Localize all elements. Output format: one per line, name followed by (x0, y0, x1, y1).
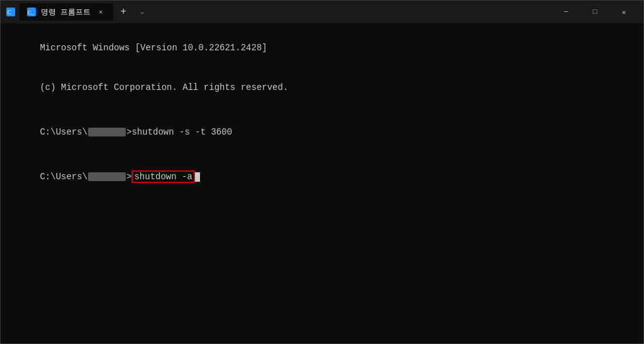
command-line-2: C:\Users\>shutdown -a (8, 157, 636, 197)
tab-bar: C_ 명령 프롬프트 ✕ + ⌵ (19, 3, 548, 21)
terminal-body: Microsoft Windows [Version 10.0.22621.24… (1, 23, 643, 343)
svg-text:C_: C_ (28, 9, 35, 16)
window-icon: C (6, 7, 16, 17)
active-tab[interactable]: C_ 명령 프롬프트 ✕ (19, 3, 113, 21)
username-redacted-2 (88, 172, 126, 181)
prompt1-prefix: C:\Users\ (40, 127, 87, 137)
close-button[interactable]: ✕ (609, 1, 638, 23)
cursor (195, 172, 200, 182)
tab-icon: C_ (27, 8, 36, 16)
highlighted-command: shutdown -a (131, 170, 194, 183)
svg-text:C: C (8, 9, 11, 16)
maximize-button[interactable]: □ (580, 1, 609, 23)
version-line: Microsoft Windows [Version 10.0.22621.24… (8, 28, 636, 68)
tab-dropdown-button[interactable]: ⌵ (133, 3, 151, 21)
tab-close-button[interactable]: ✕ (96, 7, 106, 17)
tab-label: 명령 프롬프트 (41, 7, 91, 18)
prompt2-prefix: C:\Users\ (40, 172, 87, 182)
titlebar: C C_ 명령 프롬프트 ✕ + ⌵ ─ □ ✕ (1, 1, 643, 23)
minimize-button[interactable]: ─ (552, 1, 580, 23)
prompt1-suffix: >shutdown -s -t 3600 (126, 127, 232, 137)
copyright-line: (c) Microsoft Corporation. All rights re… (8, 68, 636, 108)
new-tab-button[interactable]: + (114, 3, 132, 21)
window-controls: ─ □ ✕ (552, 1, 638, 23)
cmd-window: C C_ 명령 프롬프트 ✕ + ⌵ ─ □ ✕ (0, 0, 644, 344)
username-redacted-1 (88, 128, 126, 136)
command-line-1: C:\Users\>shutdown -s -t 3600 (8, 113, 636, 152)
